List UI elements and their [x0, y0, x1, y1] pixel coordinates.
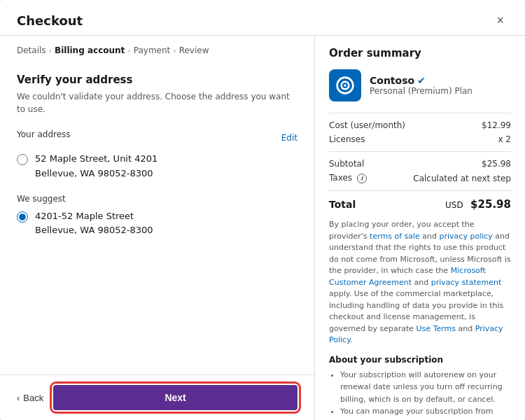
use-terms-link[interactable]: Use Terms: [416, 324, 456, 333]
subscription-title: About your subscription: [329, 355, 511, 365]
suggested-address-group: We suggest 4201-52 Maple Street Bellevue…: [17, 194, 298, 239]
subscription-item-2: You can manage your subscription from Ma…: [340, 405, 511, 420]
product-info: Contoso ✔ Personal (Premium) Plan: [370, 75, 472, 96]
suggest-label: We suggest: [17, 194, 298, 204]
product-logo-icon: [335, 76, 355, 95]
cost-label: Cost (user/month): [329, 120, 405, 130]
back-button[interactable]: ‹ Back: [17, 387, 43, 409]
cost-value: $12.99: [482, 120, 511, 130]
suggested-address-line1: 4201-52 Maple Street: [35, 209, 153, 224]
breadcrumb-sep-2: ›: [127, 46, 130, 55]
order-summary-title: Order summary: [329, 47, 511, 59]
breadcrumb-sep-3: ›: [173, 46, 176, 55]
taxes-value: Calculated at next step: [413, 174, 511, 183]
privacy-policy-link[interactable]: privacy policy: [440, 232, 493, 241]
close-button[interactable]: ×: [492, 13, 508, 28]
cost-row: Cost (user/month) $12.99: [329, 120, 511, 130]
subscription-item-1: Your subscription will autorenew on your…: [340, 369, 511, 406]
your-address-option: 52 Maple Street, Unit 4201 Bellevue, WA …: [17, 152, 298, 181]
your-address-label-row: Your address Edit: [17, 130, 298, 146]
divider-3: [329, 190, 511, 191]
section-title: Verify your address: [17, 74, 298, 86]
breadcrumb-sep-1: ›: [49, 46, 52, 55]
subscription-list: Your subscription will autorenew on your…: [329, 369, 511, 421]
section-desc: We couldn't validate your address. Choos…: [17, 90, 298, 115]
left-footer: ‹ Back Next: [0, 374, 314, 420]
verified-icon: ✔: [417, 75, 426, 86]
divider-1: [329, 113, 511, 113]
modal-header: Checkout ×: [0, 0, 525, 36]
back-label: Back: [23, 393, 43, 403]
modal-body: Details › Billing account › Payment › Re…: [0, 36, 525, 420]
product-name-text: Contoso: [370, 75, 414, 86]
taxes-label: Taxes: [329, 173, 352, 183]
product-icon: [329, 69, 361, 102]
product-row: Contoso ✔ Personal (Premium) Plan: [329, 69, 511, 102]
total-value: USD $25.98: [445, 198, 511, 211]
breadcrumb: Details › Billing account › Payment › Re…: [0, 36, 314, 62]
breadcrumb-details[interactable]: Details: [17, 46, 46, 55]
checkout-modal: Checkout × Details › Billing account › P…: [0, 0, 525, 420]
your-address-label: Your address: [17, 130, 71, 139]
svg-point-2: [344, 84, 346, 87]
privacy-statement-link[interactable]: privacy statement: [431, 278, 502, 287]
taxes-row: Taxes i Calculated at next step: [329, 173, 511, 183]
licenses-row: Licenses x 2: [329, 134, 511, 144]
total-row: Total USD $25.98: [329, 198, 511, 211]
back-arrow-icon: ‹: [17, 393, 20, 403]
total-currency: USD: [445, 200, 463, 210]
next-button[interactable]: Next: [53, 385, 298, 410]
breadcrumb-review[interactable]: Review: [179, 46, 209, 55]
left-panel: Details › Billing account › Payment › Re…: [0, 36, 315, 420]
right-panel: Order summary Contoso ✔ Personal (Premiu…: [315, 36, 525, 420]
breadcrumb-payment[interactable]: Payment: [134, 46, 171, 55]
edit-link[interactable]: Edit: [281, 133, 298, 143]
suggested-address-radio[interactable]: [17, 211, 28, 223]
your-address-line1: 52 Maple Street, Unit 4201: [35, 152, 158, 167]
your-address-text: 52 Maple Street, Unit 4201 Bellevue, WA …: [35, 152, 158, 181]
breadcrumb-billing-account[interactable]: Billing account: [55, 46, 125, 55]
subtotal-row: Subtotal $25.98: [329, 159, 511, 169]
taxes-label-group: Taxes i: [329, 173, 367, 183]
suggested-address-text: 4201-52 Maple Street Bellevue, WA 98052-…: [35, 209, 153, 239]
your-address-radio[interactable]: [17, 154, 28, 165]
subtotal-value: $25.98: [482, 159, 511, 169]
left-content: Verify your address We couldn't validate…: [0, 62, 314, 374]
your-address-group: Your address Edit 52 Maple Street, Unit …: [17, 130, 298, 181]
legal-text: By placing your order, you accept the pr…: [329, 219, 511, 346]
modal-title: Checkout: [17, 13, 83, 28]
terms-of-sale-link[interactable]: terms of sale: [370, 232, 420, 241]
product-name-row: Contoso ✔: [370, 75, 472, 86]
licenses-label: Licenses: [329, 134, 365, 144]
divider-2: [329, 151, 511, 152]
total-amount: $25.98: [470, 198, 511, 211]
suggested-address-line2: Bellevue, WA 98052-8300: [35, 223, 153, 238]
your-address-line2: Bellevue, WA 98052-8300: [35, 167, 158, 181]
suggested-address-option: 4201-52 Maple Street Bellevue, WA 98052-…: [17, 209, 298, 239]
total-label: Total: [329, 199, 356, 210]
licenses-value: x 2: [498, 134, 511, 144]
subtotal-label: Subtotal: [329, 159, 364, 169]
product-plan: Personal (Premium) Plan: [370, 86, 472, 96]
taxes-info-icon[interactable]: i: [357, 174, 367, 183]
